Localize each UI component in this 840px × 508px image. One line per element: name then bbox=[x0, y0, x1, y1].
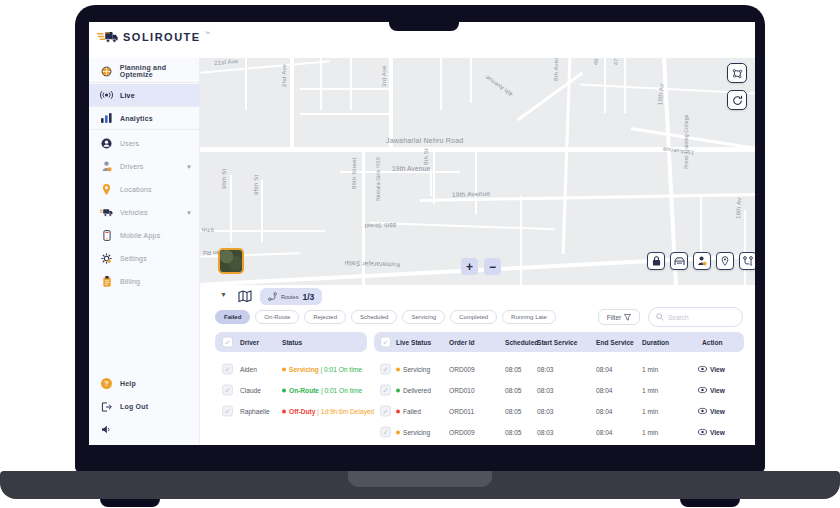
select-all-checkbox[interactable]: ✓ bbox=[222, 337, 233, 348]
road bbox=[300, 113, 390, 115]
sidebar-item-billing[interactable]: Billing bbox=[89, 270, 200, 293]
filter-pill-completed[interactable]: Completed bbox=[450, 310, 497, 324]
road bbox=[470, 58, 472, 103]
select-all-checkbox[interactable]: ✓ bbox=[380, 337, 391, 348]
road bbox=[520, 196, 522, 285]
sidebar-item-mobile-apps[interactable]: Mobile Apps bbox=[89, 224, 200, 247]
sidebar-item-help[interactable]: ? Help bbox=[89, 372, 200, 395]
order-scheduled: 08:05 bbox=[505, 428, 522, 435]
satellite-view-toggle[interactable] bbox=[218, 248, 244, 274]
row-checkbox[interactable]: ✓ bbox=[380, 405, 391, 416]
filter-button[interactable]: Filter bbox=[598, 309, 640, 325]
truck-logo-icon bbox=[97, 30, 119, 44]
street-label: 96th St bbox=[221, 169, 227, 189]
column-header-duration: Duration bbox=[642, 339, 669, 346]
sidebar-item-users[interactable]: Users bbox=[89, 132, 200, 155]
row-checkbox[interactable]: ✓ bbox=[222, 363, 233, 374]
status-dot-icon bbox=[396, 367, 400, 371]
order-live-status: Servicing bbox=[396, 365, 430, 372]
sidebar-item-label: Log Out bbox=[120, 403, 148, 410]
sidebar-item-planning-and-optimize[interactable]: Planning and Optemize bbox=[89, 60, 200, 83]
row-checkbox[interactable]: ✓ bbox=[380, 384, 391, 395]
map-refresh-button[interactable] bbox=[727, 90, 747, 110]
filter-pill-rejected[interactable]: Rejected bbox=[304, 310, 346, 324]
filter-pill-running-late[interactable]: Running Late bbox=[502, 310, 556, 324]
sidebar-item-logout[interactable]: Log Out bbox=[89, 395, 200, 418]
driver-row[interactable]: ✓ClaudeOn-Route | 0:01 On time bbox=[215, 379, 367, 400]
sidebar-item-analytics[interactable]: Analytics bbox=[89, 107, 200, 130]
order-row[interactable]: ✓ServicingORD00908:0508:0308:041 minView bbox=[374, 421, 744, 442]
order-duration: 1 min bbox=[642, 365, 658, 372]
road bbox=[245, 58, 247, 110]
zoom-in-button[interactable]: + bbox=[461, 258, 478, 275]
sidebar-item-vehicles[interactable]: Vehicles ▼ bbox=[89, 201, 200, 224]
road bbox=[700, 196, 702, 258]
map-drivers-layer-button[interactable] bbox=[693, 252, 711, 270]
column-header-scheduled: Scheduled bbox=[505, 339, 538, 346]
order-row[interactable]: ✓DeliveredORD01008:0508:0308:041 minView bbox=[374, 379, 744, 400]
vehicle-icon bbox=[674, 257, 685, 266]
view-order-button[interactable]: View bbox=[698, 386, 725, 393]
truck-icon bbox=[100, 208, 113, 217]
sidebar-item-locations[interactable]: Locations bbox=[89, 178, 200, 201]
row-checkbox[interactable]: ✓ bbox=[222, 384, 233, 395]
view-order-button[interactable]: View bbox=[698, 428, 725, 435]
road bbox=[320, 58, 322, 110]
search-input[interactable] bbox=[668, 314, 732, 321]
map-vehicles-layer-button[interactable] bbox=[670, 252, 688, 270]
sidebar-audio-toggle[interactable] bbox=[89, 418, 200, 441]
filter-pill-scheduled[interactable]: Scheduled bbox=[351, 310, 397, 324]
sidebar-item-label: Users bbox=[120, 140, 139, 147]
sidebar-item-live[interactable]: Live bbox=[89, 84, 200, 107]
street-label: 47th Street bbox=[613, 58, 619, 65]
street-label: 8th St bbox=[423, 148, 429, 165]
row-checkbox[interactable]: ✓ bbox=[380, 426, 391, 437]
map-pins-layer-button[interactable] bbox=[716, 252, 734, 270]
live-map[interactable]: 21st Ave2nd Ave3rd AveJawaharlal Nehru R… bbox=[200, 58, 755, 285]
sidebar-item-label: Settings bbox=[120, 255, 147, 262]
view-order-button[interactable]: View bbox=[698, 407, 725, 414]
chevron-down-icon[interactable]: ▼ bbox=[186, 164, 192, 170]
collapse-panel-chevron[interactable]: ▼ bbox=[220, 291, 227, 298]
filter-pill-failed[interactable]: Failed bbox=[215, 310, 250, 324]
sidebar-item-label: Drivers bbox=[120, 163, 144, 170]
sidebar-item-label: Live bbox=[120, 92, 135, 99]
row-checkbox[interactable]: ✓ bbox=[380, 363, 391, 374]
pin-icon bbox=[721, 256, 729, 266]
column-header-order-id: Order Id bbox=[449, 339, 475, 346]
column-header-end-service: End Service bbox=[596, 339, 634, 346]
road bbox=[300, 88, 390, 90]
polygon-select-icon bbox=[732, 68, 743, 79]
street-label: 18th Avenue bbox=[452, 190, 490, 198]
search-icon bbox=[656, 313, 664, 321]
analytics-icon bbox=[100, 113, 113, 123]
street-label: Jawaharlal Nehru Road bbox=[386, 137, 463, 144]
sidebar-item-settings[interactable]: Settings bbox=[89, 247, 200, 270]
column-header-live-status: Live Status bbox=[396, 339, 431, 346]
chevron-down-icon[interactable]: ▼ bbox=[186, 210, 192, 216]
driver-row[interactable]: ✓RaphaelleOff-Duty | 1d:9h:6m Delayed bbox=[215, 400, 367, 421]
order-row[interactable]: ✓ServicingORD00908:0508:0308:041 minView bbox=[374, 358, 744, 379]
driver-row[interactable]: ✓AidenServicing | 0:01 On time bbox=[215, 358, 367, 379]
filter-pill-on-route[interactable]: On-Route bbox=[255, 310, 299, 324]
order-row[interactable]: ✓FailedORD01108:0508:0308:041 minView bbox=[374, 400, 744, 421]
map-lock-button[interactable] bbox=[647, 252, 665, 270]
street-label: 3rd Ave bbox=[381, 65, 387, 87]
routes-selector[interactable]: Routes 1/3 bbox=[260, 288, 322, 305]
sidebar-item-label: Help bbox=[120, 380, 136, 387]
view-order-button[interactable]: View bbox=[698, 365, 725, 372]
map-polygon-select-button[interactable] bbox=[727, 63, 747, 83]
driver-name: Claude bbox=[240, 386, 261, 393]
map-view-toggle-icon[interactable] bbox=[238, 289, 252, 307]
order-end-service: 08:04 bbox=[596, 428, 613, 435]
road bbox=[433, 152, 435, 204]
zoom-out-button[interactable]: − bbox=[484, 258, 501, 275]
order-end-service: 08:04 bbox=[596, 407, 613, 414]
street-label: 97th St bbox=[200, 227, 214, 233]
driver-status: Off-Duty | 1d:9h:6m Delayed bbox=[282, 407, 374, 414]
status-dot-icon bbox=[282, 367, 286, 371]
map-route-layer-button[interactable] bbox=[739, 252, 755, 270]
filter-pill-servicing[interactable]: Servicing bbox=[402, 310, 445, 324]
sidebar-item-drivers[interactable]: Drivers ▼ bbox=[89, 155, 200, 178]
row-checkbox[interactable]: ✓ bbox=[222, 405, 233, 416]
